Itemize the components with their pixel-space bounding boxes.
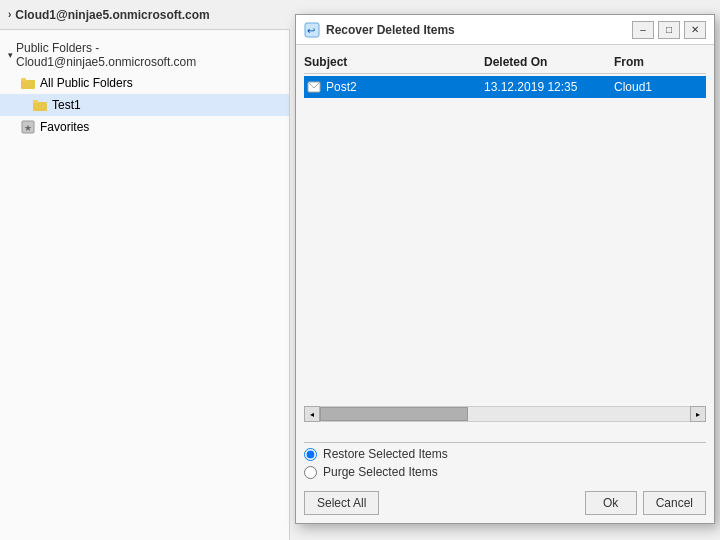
dialog-bottom: Restore Selected Items Purge Selected It…	[296, 430, 714, 523]
purge-radio-item[interactable]: Purge Selected Items	[304, 465, 706, 479]
purge-label: Purge Selected Items	[323, 465, 438, 479]
svg-text:↩: ↩	[307, 25, 315, 36]
dialog-title: Recover Deleted Items	[326, 23, 632, 37]
row-from: Cloud1	[614, 80, 706, 94]
col-subject: Subject	[304, 55, 484, 69]
table-body: Post2 13.12.2019 12:35 Cloud1	[304, 76, 706, 402]
col-deleted-on: Deleted On	[484, 55, 614, 69]
close-button[interactable]: ✕	[684, 21, 706, 39]
scroll-thumb[interactable]	[320, 407, 468, 421]
cancel-button[interactable]: Cancel	[643, 491, 706, 515]
dialog-overlay: ↩ Recover Deleted Items – □ ✕ Subject De…	[0, 0, 720, 540]
row-deleted-on: 13.12.2019 12:35	[484, 80, 614, 94]
minimize-button[interactable]: –	[632, 21, 654, 39]
scroll-track[interactable]	[320, 407, 690, 421]
scroll-right-button[interactable]: ▸	[690, 406, 706, 422]
dialog-window-controls: – □ ✕	[632, 21, 706, 39]
ok-cancel-buttons: Ok Cancel	[385, 491, 706, 515]
col-from: From	[614, 55, 706, 69]
button-row: Select All Ok Cancel	[304, 487, 706, 515]
radio-group: Restore Selected Items Purge Selected It…	[304, 447, 706, 479]
dialog-titlebar: ↩ Recover Deleted Items – □ ✕	[296, 15, 714, 45]
email-icon	[306, 79, 322, 95]
scroll-left-button[interactable]: ◂	[304, 406, 320, 422]
row-subject: Post2	[304, 79, 484, 95]
horizontal-scrollbar[interactable]: ◂ ▸	[304, 406, 706, 422]
recover-deleted-items-dialog: ↩ Recover Deleted Items – □ ✕ Subject De…	[295, 14, 715, 524]
dialog-content: Subject Deleted On From Post2	[296, 45, 714, 430]
table-row[interactable]: Post2 13.12.2019 12:35 Cloud1	[304, 76, 706, 98]
maximize-button[interactable]: □	[658, 21, 680, 39]
restore-radio[interactable]	[304, 448, 317, 461]
dialog-title-icon: ↩	[304, 22, 320, 38]
divider	[304, 442, 706, 443]
table-header: Subject Deleted On From	[304, 53, 706, 74]
select-all-button[interactable]: Select All	[304, 491, 379, 515]
ok-button[interactable]: Ok	[585, 491, 637, 515]
restore-radio-item[interactable]: Restore Selected Items	[304, 447, 706, 461]
restore-label: Restore Selected Items	[323, 447, 448, 461]
purge-radio[interactable]	[304, 466, 317, 479]
